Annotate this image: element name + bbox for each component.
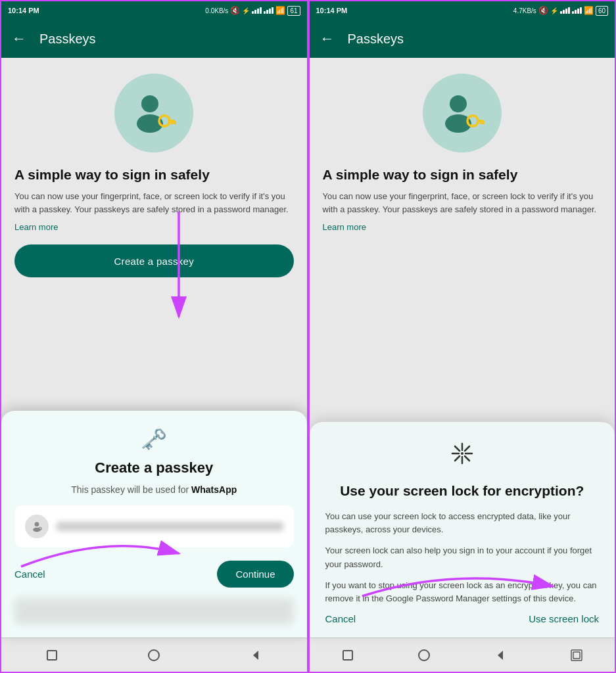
modal-bottom-blur	[14, 598, 294, 624]
screen-lock-actions: Cancel Use screen lock	[325, 613, 600, 624]
user-icon	[25, 515, 49, 538]
modal-subtitle: This passkey will be used for WhatsApp	[14, 484, 294, 495]
signal-icon-2	[264, 7, 273, 14]
nav-square-button[interactable]	[43, 646, 61, 664]
info-title: A simple way to sign in safely	[14, 166, 294, 183]
user-name-blurred	[57, 522, 283, 531]
right-speed-indicator: 4.7KB/s	[513, 7, 536, 14]
right-back-button[interactable]: ←	[320, 30, 335, 47]
screen-lock-para3: If you want to stop using your screen lo…	[325, 579, 600, 605]
create-passkey-button[interactable]: Create a passkey	[14, 244, 294, 277]
screen-lock-cancel-button[interactable]: Cancel	[325, 613, 356, 624]
back-button[interactable]: ←	[12, 30, 26, 47]
modal-actions: Cancel Continue	[14, 561, 294, 588]
svg-point-0	[141, 95, 158, 112]
svg-rect-29	[343, 651, 352, 660]
right-signal-icon	[560, 7, 570, 14]
right-person-key-svg	[438, 89, 486, 137]
right-signal-icon-2	[572, 7, 582, 14]
left-status-icons: 0.0KB/s 🔇 ⚡ 📶 61	[205, 6, 300, 16]
right-page-title: Passkeys	[348, 32, 404, 47]
create-passkey-modal: 🗝️ Create a passkey This passkey will be…	[1, 411, 307, 638]
speed-indicator: 0.0KB/s	[205, 7, 228, 14]
lock-icon-area	[325, 440, 600, 471]
passkey-icon-circle	[114, 74, 193, 152]
svg-rect-9	[47, 651, 57, 660]
right-info-text-block: A simple way to sign in safely You can n…	[323, 166, 602, 233]
left-status-bar: 10:14 PM 0.0KB/s 🔇 ⚡ 📶 61	[1, 1, 307, 20]
nav-circle-button[interactable]	[145, 646, 163, 664]
svg-point-20	[461, 452, 463, 455]
right-nfc-icon: ⚡	[550, 7, 558, 14]
battery-icon: 61	[287, 6, 300, 16]
modal-key-icon: 🗝️	[14, 427, 294, 452]
left-phone: 10:14 PM 0.0KB/s 🔇 ⚡ 📶 61	[0, 0, 308, 673]
create-btn-area: Create a passkey	[14, 244, 294, 277]
wifi-icon: 📶	[275, 6, 285, 15]
left-header: ← Passkeys	[1, 20, 307, 58]
info-desc: You can now use your fingerprint, face, …	[14, 190, 294, 216]
right-info-desc: You can now use your fingerprint, face, …	[323, 190, 602, 216]
right-nav-back-button[interactable]	[491, 646, 509, 664]
svg-rect-33	[573, 652, 580, 659]
right-mute-icon: 🔇	[538, 6, 548, 15]
right-wifi-icon: 📶	[584, 6, 594, 15]
right-learn-more-link[interactable]: Learn more	[323, 222, 366, 232]
screen-lock-modal: Use your screen lock for encryption? You…	[310, 422, 615, 638]
signal-icon	[252, 7, 262, 14]
left-time: 10:14 PM	[8, 7, 39, 14]
right-phone: 10:14 PM 4.7KB/s 🔇 ⚡ 📶 60	[308, 0, 617, 673]
svg-point-14	[450, 95, 467, 112]
screen-lock-use-button[interactable]: Use screen lock	[529, 613, 599, 624]
screen-lock-para2: Your screen lock can also help you sign …	[325, 544, 600, 570]
right-nav-square-button[interactable]	[339, 646, 357, 664]
screen-lock-para1: You can use your screen lock to access e…	[325, 510, 600, 536]
right-time: 10:14 PM	[316, 7, 348, 14]
right-passkey-icon-circle	[423, 74, 502, 152]
nfc-icon: ⚡	[242, 7, 250, 14]
svg-marker-31	[498, 651, 503, 660]
modal-continue-button[interactable]: Continue	[217, 561, 293, 588]
right-info-title: A simple way to sign in safely	[323, 166, 602, 183]
modal-title: Create a passkey	[14, 459, 294, 476]
right-bottom-nav	[310, 638, 615, 672]
person-key-svg	[130, 89, 178, 137]
svg-point-6	[35, 522, 39, 526]
svg-line-27	[465, 446, 469, 451]
mute-icon: 🔇	[230, 6, 240, 15]
svg-point-10	[149, 650, 159, 661]
right-header: ← Passkeys	[310, 20, 615, 58]
svg-line-28	[455, 456, 460, 461]
right-nav-circle-button[interactable]	[415, 646, 433, 664]
svg-line-25	[455, 446, 460, 451]
page-title: Passkeys	[39, 32, 96, 47]
modal-user-row	[14, 505, 294, 547]
nav-back-button[interactable]	[247, 646, 265, 664]
right-nav-extra-button[interactable]	[567, 646, 586, 664]
svg-point-30	[419, 650, 429, 661]
left-bottom-nav	[1, 638, 307, 672]
info-text-block: A simple way to sign in safely You can n…	[14, 166, 294, 233]
screen-lock-title: Use your screen lock for encryption?	[325, 482, 600, 499]
right-battery-icon: 60	[596, 6, 608, 16]
svg-marker-11	[253, 651, 258, 660]
right-status-icons: 4.7KB/s 🔇 ⚡ 📶 60	[513, 6, 608, 16]
right-status-bar: 10:14 PM 4.7KB/s 🔇 ⚡ 📶 60	[310, 1, 615, 20]
learn-more-link[interactable]: Learn more	[14, 222, 58, 232]
encryption-icon	[449, 440, 475, 467]
svg-line-26	[465, 456, 469, 461]
modal-cancel-button[interactable]: Cancel	[14, 569, 45, 580]
